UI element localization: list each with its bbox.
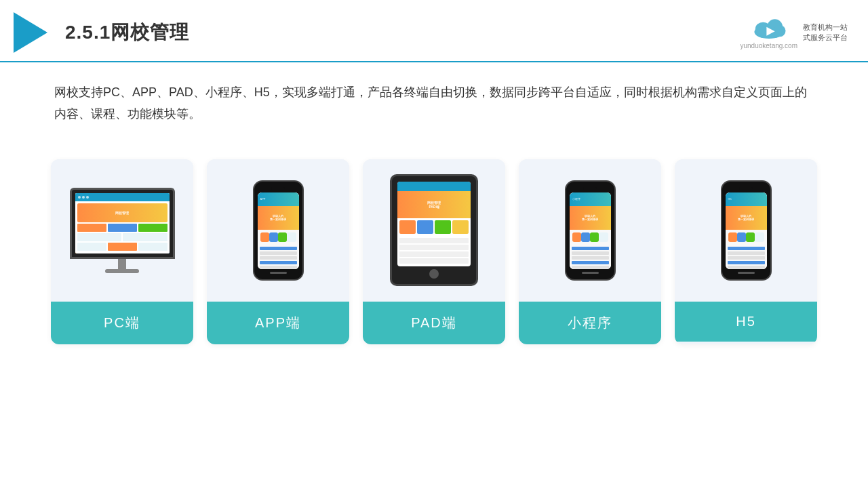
cloud-icon-wrapper: yunduoketang.com [740,16,797,49]
card-miniprogram-image: 小程序 职场人的第一堂训练课 [519,159,661,302]
cards-section: 网校管理 [0,146,868,358]
tablet-pad-icon: 网校管理PAD端 [390,174,478,286]
brand-url: yunduoketang.com [740,42,797,49]
pc-monitor-icon: 网校管理 [70,188,175,273]
header-left: 2.5.1网校管理 [14,12,189,53]
brand-logo: yunduoketang.com 教育机构一站 式服务云平台 [740,16,848,49]
card-app-label: APP端 [207,302,349,344]
card-pc: 网校管理 [51,159,193,344]
phone-app-icon: APP 职场人的第一堂训练课 [253,180,304,281]
description-text: 网校支持PC、APP、PAD、小程序、H5，实现多端打通，产品各终端自由切换，数… [0,62,868,139]
phone-miniprogram-icon: 小程序 职场人的第一堂训练课 [565,180,616,281]
card-app: APP 职场人的第一堂训练课 [207,159,349,344]
phone-h5-icon: H5 职场人的第一堂训练课 [721,180,772,281]
card-h5-image: H5 职场人的第一堂训练课 [675,159,817,302]
card-pad-label: PAD端 [363,302,505,344]
brand-tagline-line1: 教育机构一站 [803,22,848,33]
card-miniprogram-label: 小程序 [519,302,661,344]
brand-tagline-line2: 式服务云平台 [803,33,848,43]
page-title: 2.5.1网校管理 [65,20,189,45]
card-h5-label: H5 [675,302,817,342]
brand-tagline: 教育机构一站 式服务云平台 [803,22,848,43]
page-header: 2.5.1网校管理 yunduoketang.com 教育机构一站 式服务云平台 [0,0,868,62]
svg-point-3 [774,24,785,36]
card-h5: H5 职场人的第一堂训练课 [675,159,817,344]
card-pc-image: 网校管理 [51,159,193,302]
card-pc-label: PC端 [51,302,193,344]
cloud-icon [749,16,789,41]
card-app-image: APP 职场人的第一堂训练课 [207,159,349,302]
card-miniprogram: 小程序 职场人的第一堂训练课 [519,159,661,344]
description-content: 网校支持PC、APP、PAD、小程序、H5，实现多端打通，产品各终端自由切换，数… [54,85,807,121]
card-pad-image: 网校管理PAD端 [363,159,505,302]
card-pad: 网校管理PAD端 [363,159,505,344]
logo-triangle-icon [14,12,47,53]
